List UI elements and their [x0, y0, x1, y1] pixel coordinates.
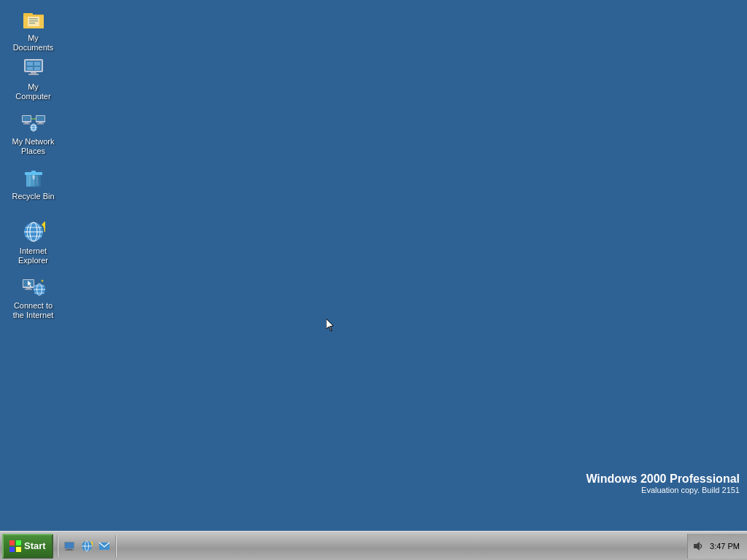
svg-rect-14 [34, 67, 40, 70]
svg-rect-18 [23, 123, 30, 125]
recycle-bin-label: Recycle Bin [12, 192, 54, 201]
taskbar: Start [0, 531, 747, 560]
my-network-places-icon[interactable]: My Network Places [6, 107, 61, 160]
svg-rect-46 [25, 289, 32, 290]
internet-explorer-icon-img [22, 220, 45, 244]
show-desktop-quick-launch[interactable] [61, 538, 77, 554]
svg-rect-11 [27, 62, 33, 66]
svg-rect-12 [34, 62, 40, 66]
my-computer-icon[interactable]: My Computer [6, 52, 61, 105]
ie-quick-launch-icon [81, 540, 93, 552]
svg-rect-22 [37, 123, 44, 125]
volume-icon [692, 540, 704, 552]
taskbar-apps-area [118, 534, 687, 559]
connect-to-internet-icon[interactable]: Connect to the Internet [6, 271, 61, 324]
recycle-bin-icon-img [22, 166, 45, 189]
windows-watermark: Windows 2000 Professional Evaluation cop… [586, 472, 740, 494]
internet-explorer-icon[interactable]: Internet Explorer [6, 217, 61, 269]
my-computer-icon-img [22, 56, 45, 79]
internet-explorer-label: Internet Explorer [9, 246, 57, 265]
svg-rect-20 [36, 116, 44, 121]
recycle-bin-icon[interactable]: Recycle Bin [6, 162, 61, 205]
my-network-places-label: My Network Places [9, 137, 57, 156]
svg-marker-67 [694, 542, 700, 551]
my-documents-label: My Documents [9, 34, 57, 52]
svg-rect-6 [23, 16, 44, 28]
watermark-title: Windows 2000 Professional [586, 472, 740, 486]
mouse-cursor [326, 319, 335, 332]
ie-quick-launch[interactable] [79, 538, 95, 554]
start-button-label: Start [24, 540, 46, 551]
svg-rect-13 [27, 67, 33, 70]
my-documents-icon[interactable]: My Documents [6, 4, 61, 56]
system-tray: 3:47 PM [687, 534, 747, 559]
my-documents-icon-img [22, 7, 45, 31]
svg-rect-62 [65, 550, 74, 551]
quick-launch-bar [60, 534, 114, 559]
show-desktop-icon [63, 540, 75, 552]
taskbar-divider-1 [57, 535, 58, 557]
svg-rect-1 [23, 13, 33, 16]
svg-rect-16 [23, 116, 31, 121]
desktop: My Documents My Computer [0, 0, 747, 531]
speaker-tray-icon[interactable] [692, 540, 704, 552]
watermark-subtitle: Evaluation copy. Build 2151 [586, 486, 740, 494]
system-clock[interactable]: 3:47 PM [707, 542, 743, 551]
svg-rect-58 [16, 547, 21, 552]
windows-logo-icon [9, 540, 21, 552]
connect-to-internet-label: Connect to the Internet [9, 301, 57, 320]
svg-marker-54 [326, 319, 333, 331]
start-button[interactable]: Start [2, 534, 53, 559]
connect-to-internet-icon-img [22, 275, 45, 298]
outlook-quick-launch-icon [98, 540, 110, 552]
svg-rect-56 [16, 540, 21, 545]
svg-rect-32 [31, 171, 36, 173]
outlook-quick-launch[interactable] [96, 538, 112, 554]
svg-rect-55 [9, 540, 15, 545]
svg-rect-57 [9, 547, 15, 552]
my-network-places-icon-img [22, 111, 45, 134]
svg-rect-10 [28, 74, 39, 75]
svg-rect-60 [65, 542, 74, 548]
svg-marker-53 [41, 279, 44, 282]
taskbar-divider-2 [115, 535, 117, 557]
my-computer-label: My Computer [9, 82, 57, 101]
